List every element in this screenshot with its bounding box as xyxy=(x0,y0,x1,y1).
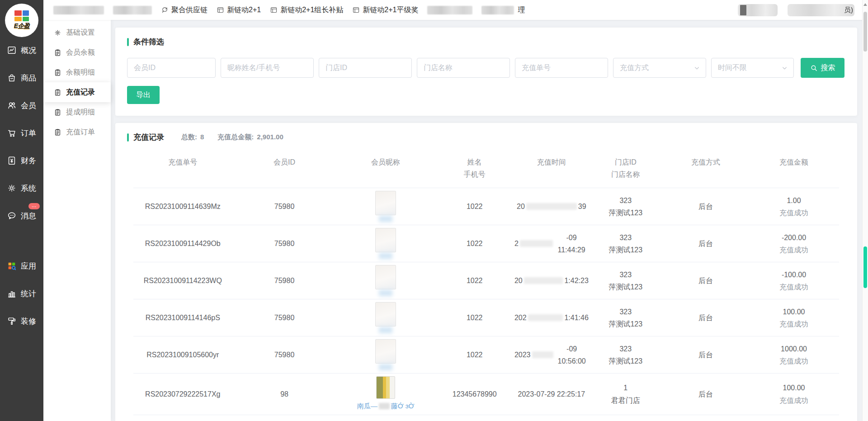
rail-item-deco[interactable]: 装修 xyxy=(0,314,43,328)
member-avatar[interactable] xyxy=(375,191,396,215)
title-accent-bar xyxy=(127,38,129,46)
rail-item-finance[interactable]: 财务 xyxy=(0,154,43,167)
rail-item-system[interactable]: 系统 xyxy=(0,181,43,195)
filter-input[interactable] xyxy=(127,58,216,78)
time-text: -09 10:56:00 xyxy=(555,343,588,367)
nav-tab[interactable]: 新链动2+1平级奖 xyxy=(352,5,418,15)
topbar: 聚合供应链新链动2+1新链动2+1组长补贴新链动2+1平级奖理 员) xyxy=(43,0,868,20)
filter-input[interactable] xyxy=(319,58,412,78)
store-name: 君君门店 xyxy=(611,394,640,407)
rail-item-goods[interactable]: 商品 xyxy=(0,71,43,85)
rail-item-message[interactable]: 消息... xyxy=(0,209,43,222)
amount-cell: 100.00充值成功 xyxy=(749,306,839,330)
table-row: RS20231009114639Mz7598010222039323萍测试123… xyxy=(133,188,839,225)
time-text: 20 xyxy=(514,274,523,287)
body-area: 基础设置会员余额余额明细充值记录提成明细充值订单 条件筛选 充值方式时间不限搜索… xyxy=(43,20,868,421)
member-avatar[interactable] xyxy=(376,376,395,399)
stats-icon xyxy=(7,289,17,298)
nickname-link[interactable]: 南瓜—藤Ớ ɜỜ xyxy=(357,400,415,412)
store-id: 323 xyxy=(619,343,632,355)
redacted-nickname-block xyxy=(379,216,392,222)
filter-input[interactable] xyxy=(515,58,608,78)
rail-item-apps[interactable]: 应用 xyxy=(0,259,43,273)
records-title-row: 充值记录 总数: 8 充值总金额: 2,901.00 xyxy=(115,132,857,142)
nav-tab-label: 新链动2+1平级奖 xyxy=(363,5,418,15)
member-avatar[interactable] xyxy=(375,265,396,289)
search-button[interactable]: 搜索 xyxy=(801,58,844,78)
column-header: 充值金额 xyxy=(749,156,839,180)
submenu-item-label: 会员余额 xyxy=(66,48,95,57)
column-header: 姓名手机号 xyxy=(435,156,514,180)
rail-item-stats[interactable]: 统计 xyxy=(0,287,43,300)
submenu-item-doc[interactable]: 充值订单 xyxy=(43,122,111,142)
rail-item-overview[interactable]: 概况 xyxy=(0,43,43,57)
redacted-text-block xyxy=(520,240,553,247)
rail-item-label: 会员 xyxy=(21,100,36,111)
time-text: 1:42:23 xyxy=(564,274,588,287)
column-header: 会员ID xyxy=(232,156,337,180)
store-cell: 1君君门店 xyxy=(589,382,663,406)
submenu-item-doc[interactable]: 会员余额 xyxy=(43,43,111,62)
redacted-nav-tab[interactable] xyxy=(113,6,152,14)
filter-input[interactable] xyxy=(417,58,510,78)
window-icon xyxy=(270,6,278,14)
redacted-nickname-block xyxy=(379,290,392,296)
rail-item-order[interactable]: 订单 xyxy=(0,126,43,140)
submenu-item-active[interactable]: 充值记录 xyxy=(43,82,111,102)
submenu-item-doc[interactable]: 余额明细 xyxy=(43,62,111,82)
scrollbar-teal-thumb[interactable] xyxy=(863,246,867,288)
chevron-down-icon xyxy=(693,65,700,71)
amount-value: -100.00 xyxy=(782,269,806,281)
store-cell: 323萍测试123 xyxy=(589,232,663,256)
doc-icon xyxy=(54,89,61,96)
doc-icon xyxy=(54,69,61,76)
apps-icon xyxy=(7,261,17,271)
total-value: 8 xyxy=(200,133,204,141)
app-logo[interactable]: E企盈 xyxy=(0,0,43,37)
nav-tab[interactable]: 聚合供应链 xyxy=(161,5,208,15)
submenu-item-gear[interactable]: 基础设置 xyxy=(43,23,111,43)
submenu-item-doc[interactable]: 提成明细 xyxy=(43,102,111,122)
scrollbar-up-arrow-icon[interactable] xyxy=(863,3,867,6)
filter-input[interactable] xyxy=(221,58,314,78)
user-area-item-1[interactable] xyxy=(738,4,778,16)
redacted-nav-tab[interactable]: 理 xyxy=(481,5,525,15)
submenu-item-label: 充值订单 xyxy=(66,128,95,137)
nav-tab-label: 新链动2+1 xyxy=(227,5,261,15)
time-text: 2 xyxy=(514,237,519,250)
nickname-cell xyxy=(337,339,435,370)
rail-item-member[interactable]: 会员 xyxy=(0,99,43,112)
page-scrollbar[interactable] xyxy=(862,0,868,421)
filter-select[interactable]: 时间不限 xyxy=(711,58,794,78)
title-accent-bar xyxy=(127,133,129,142)
topbar-tabs: 聚合供应链新链动2+1新链动2+1组长补贴新链动2+1平级奖理 xyxy=(53,5,525,15)
amount-cell: -100.00充值成功 xyxy=(749,269,839,293)
nav-tab[interactable]: 新链动2+1组长补贴 xyxy=(270,5,343,15)
column-header-line: 门店名称 xyxy=(589,168,663,180)
store-name: 萍测试123 xyxy=(609,244,642,256)
redacted-text-block xyxy=(526,203,577,210)
member-avatar[interactable] xyxy=(375,339,396,364)
table-row: RS20231009114146pS7598010222021:41:46323… xyxy=(133,299,839,336)
redacted-nav-tab[interactable] xyxy=(53,6,104,14)
filter-row: 充值方式时间不限搜索 xyxy=(127,58,845,78)
filter-title-text: 条件筛选 xyxy=(133,37,164,47)
filter-select[interactable]: 充值方式 xyxy=(613,58,706,78)
export-button[interactable]: 导出 xyxy=(127,86,160,104)
sync-icon xyxy=(161,6,169,14)
table-row: RS20231009114223WQ759801022201:42:23323萍… xyxy=(133,262,839,299)
nickname-text: 藤Ớ ɜỜ xyxy=(391,400,415,412)
user-area-item-2[interactable]: 员) xyxy=(788,4,854,16)
app-root: E企盈 概况商品会员订单财务系统消息... 应用统计装修 聚合供应链新链动2+1… xyxy=(0,0,868,421)
nav-tab[interactable]: 新链动2+1 xyxy=(217,5,261,15)
nickname-text: 南瓜— xyxy=(357,400,377,412)
member-avatar[interactable] xyxy=(375,302,396,326)
scrollbar-thumb[interactable] xyxy=(863,12,867,52)
member-avatar[interactable] xyxy=(375,228,396,252)
amount-cell: -200.00充值成功 xyxy=(749,232,839,256)
time-text: 2023 xyxy=(514,349,531,361)
name-phone-cell: 1022 xyxy=(435,200,514,213)
doc-icon xyxy=(54,109,61,116)
order-no-cell: RS20231009105600yr xyxy=(133,349,232,361)
redacted-nav-tab[interactable] xyxy=(427,6,472,14)
